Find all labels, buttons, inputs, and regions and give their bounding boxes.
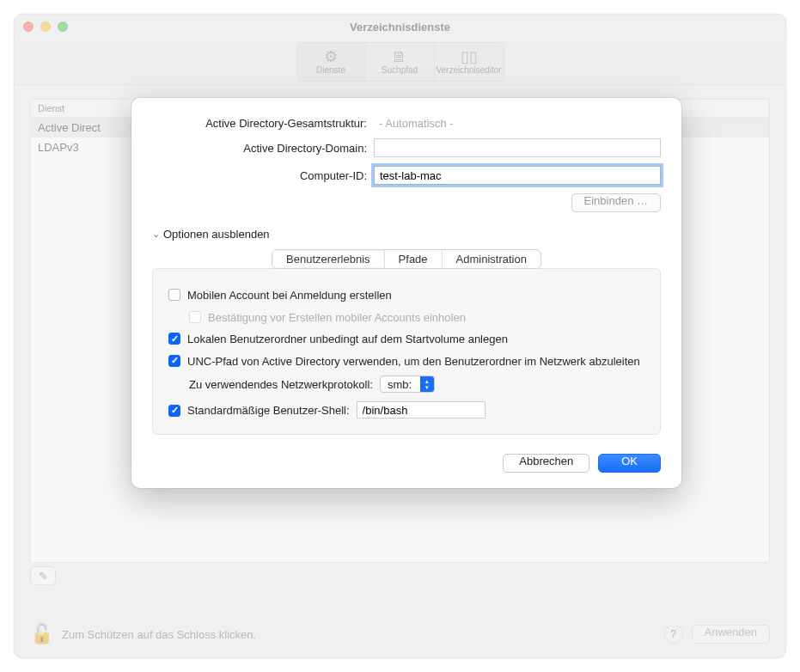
edit-button[interactable]: ✎ [30, 566, 56, 585]
footer: 🔓 Zum Schützen auf das Schloss klicken. … [30, 623, 770, 645]
tab-administration[interactable]: Administration [443, 250, 540, 268]
cell-enabled [692, 118, 769, 137]
tab-label: Benutzererlebnis [286, 253, 370, 266]
document-search-icon: 🗎 [392, 49, 407, 64]
label-protocol: Zu verwendendes Netzwerkprotokoll: [189, 378, 373, 391]
tab-paths[interactable]: Pfade [385, 250, 443, 268]
updown-icon: ▴▾ [420, 376, 434, 392]
toolbar-services[interactable]: ⚙ Dienste [297, 43, 366, 81]
ok-button[interactable]: OK [598, 454, 661, 473]
toolbar-searchpath[interactable]: 🗎 Suchpfad [366, 43, 435, 81]
dialog-buttons: Abbrechen OK [152, 454, 661, 473]
chevron-down-icon: ⌄ [152, 229, 160, 240]
protocol-value: smb: [388, 378, 420, 391]
toolbar: ⚙ Dienste 🗎 Suchpfad ▯▯ Verzeichnisedito… [15, 39, 785, 85]
row-mobile-account: Mobilen Account bei Anmeldung erstellen [168, 288, 644, 303]
options-disclosure[interactable]: ⌄ Optionen ausblenden [152, 228, 661, 241]
cancel-button[interactable]: Abbrechen [503, 454, 589, 473]
row-domain: Active Directory-Domain: [152, 138, 661, 157]
label-shell: Standardmäßige Benutzer-Shell: [187, 404, 350, 417]
value-forest: - Automatisch - [374, 117, 661, 130]
checkbox-local-home[interactable] [168, 333, 180, 345]
bind-button[interactable]: Einbinden … [571, 193, 661, 212]
label-local-home: Lokalen Benutzerordner unbedingt auf dem… [187, 332, 508, 347]
label-computer-id: Computer-ID: [152, 169, 374, 182]
label-domain: Active Directory-Domain: [152, 142, 374, 155]
apply-button[interactable]: Anwenden [692, 625, 770, 644]
toolbar-editor[interactable]: ▯▯ Verzeichniseditor [435, 43, 504, 81]
tab-label: Pfade [399, 253, 428, 266]
ad-config-dialog: Active Directory-Gesamtstruktur: - Autom… [131, 98, 681, 488]
label-confirm-mobile: Bestätigung vor Erstellen mobiler Accoun… [208, 310, 466, 326]
row-computer-id: Computer-ID: [152, 166, 661, 185]
lock-icon[interactable]: 🔓 [30, 623, 53, 645]
row-shell: Standardmäßige Benutzer-Shell: [168, 401, 644, 418]
col-enabled [692, 100, 769, 117]
checkbox-mobile-account[interactable] [168, 289, 180, 301]
tab-label: Administration [456, 253, 527, 266]
select-protocol[interactable]: smb: ▴▾ [380, 376, 435, 393]
toolbar-label: Verzeichniseditor [436, 65, 501, 75]
tab-user-experience[interactable]: Benutzererlebnis [272, 250, 385, 268]
toolbar-label: Dienste [316, 65, 345, 75]
row-local-home: Lokalen Benutzerordner unbedingt auf dem… [168, 332, 644, 347]
book-icon: ▯▯ [461, 49, 478, 64]
disclosure-label: Optionen ausblenden [163, 228, 270, 241]
label-unc-path: UNC-Pfad von Active Directory verwenden,… [187, 354, 640, 370]
cancel-label: Abbrechen [519, 455, 573, 467]
titlebar: Verzeichnisdienste [15, 15, 785, 39]
checkbox-unc-path[interactable] [168, 355, 180, 367]
cell-enabled [692, 137, 769, 157]
input-shell[interactable] [357, 401, 485, 418]
input-domain[interactable] [374, 138, 661, 157]
row-unc-path: UNC-Pfad von Active Directory verwenden,… [168, 354, 644, 370]
toolbar-segment: ⚙ Dienste 🗎 Suchpfad ▯▯ Verzeichnisedito… [296, 42, 504, 82]
row-confirm-mobile: Bestätigung vor Erstellen mobiler Accoun… [168, 310, 644, 326]
window-title: Verzeichnisdienste [15, 21, 785, 34]
label-mobile-account: Mobilen Account bei Anmeldung erstellen [187, 288, 392, 303]
input-computer-id[interactable] [374, 166, 661, 185]
toolbar-label: Suchpfad [382, 65, 418, 75]
help-button[interactable]: ? [664, 625, 683, 644]
apply-label: Anwenden [705, 626, 757, 638]
bind-label: Einbinden … [584, 194, 648, 207]
ok-label: OK [621, 455, 638, 467]
gear-icon: ⚙ [324, 49, 338, 64]
options-panel: Mobilen Account bei Anmeldung erstellen … [152, 268, 661, 435]
label-forest: Active Directory-Gesamtstruktur: [152, 117, 374, 130]
pencil-icon: ✎ [39, 570, 48, 583]
row-forest: Active Directory-Gesamtstruktur: - Autom… [152, 117, 661, 130]
checkbox-confirm-mobile[interactable] [189, 311, 201, 323]
checkbox-shell[interactable] [168, 405, 180, 417]
lock-hint: Zum Schützen auf das Schloss klicken. [62, 628, 656, 641]
options-tabs: Benutzererlebnis Pfade Administration [152, 249, 661, 269]
row-protocol: Zu verwendendes Netzwerkprotokoll: smb: … [189, 376, 644, 393]
